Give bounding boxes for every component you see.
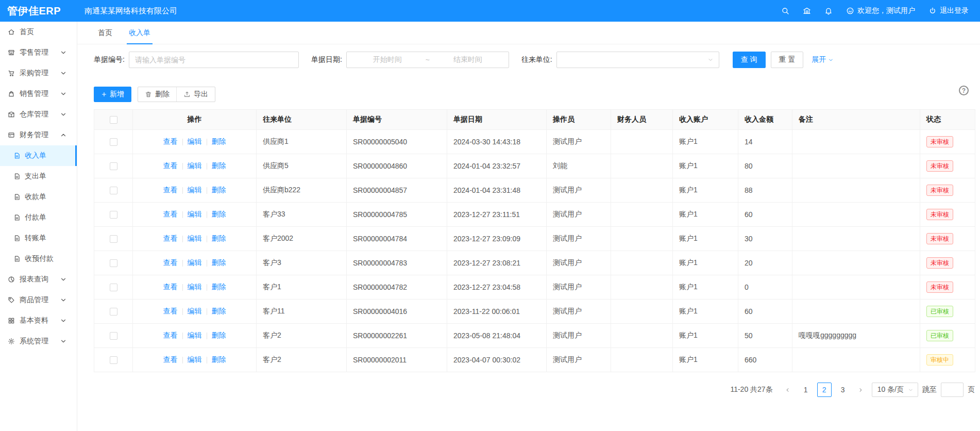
page-button-3[interactable]: 3 (836, 383, 850, 397)
date-range-picker[interactable]: 开始时间 ~ 结束时间 (346, 52, 509, 68)
row-action-delete[interactable]: 删除 (207, 355, 231, 364)
row-action-view[interactable]: 查看 (159, 355, 182, 364)
cell-finance-staff (611, 348, 673, 372)
search-button[interactable]: 查 询 (733, 52, 766, 68)
sidebar-item-basic[interactable]: 基本资料 (0, 310, 77, 331)
doc-no-input[interactable] (129, 52, 299, 68)
cell-account: 账户1 (673, 324, 738, 348)
next-page-button[interactable] (854, 383, 868, 397)
row-action-view[interactable]: 查看 (159, 137, 182, 146)
row-action-edit[interactable]: 编辑 (183, 355, 207, 364)
row-action-view[interactable]: 查看 (159, 186, 182, 195)
date-range-separator: ~ (423, 56, 433, 64)
sidebar-item-warehouse[interactable]: 仓库管理 (0, 104, 77, 125)
row-action-edit[interactable]: 编辑 (183, 258, 207, 268)
column-header: 操作员 (547, 110, 611, 130)
row-action-view[interactable]: 查看 (159, 210, 182, 219)
add-button[interactable]: 新增 (94, 87, 131, 102)
row-checkbox[interactable] (110, 138, 117, 146)
row-action-delete[interactable]: 删除 (207, 210, 231, 219)
logout-button[interactable]: 退出登录 (928, 6, 969, 15)
row-action-edit[interactable]: 编辑 (183, 210, 207, 219)
page-size-select[interactable]: 10 条/页 (872, 383, 918, 397)
sidebar-subitem-label: 收款单 (25, 192, 46, 202)
row-action-delete[interactable]: 删除 (207, 331, 231, 340)
sidebar-subitem-advance[interactable]: 收预付款 (0, 248, 77, 269)
tab-income[interactable]: 收入单 (121, 22, 159, 44)
user-welcome[interactable]: 欢迎您，测试用户 (846, 6, 915, 15)
sidebar-item-report[interactable]: 报表查询 (0, 269, 77, 290)
row-checkbox[interactable] (110, 211, 117, 219)
row-action-view[interactable]: 查看 (159, 161, 182, 171)
table-row: 查看编辑删除客户2SR000000022612023-05-08 21:48:0… (94, 324, 975, 348)
row-checkbox[interactable] (110, 356, 117, 364)
row-action-edit[interactable]: 编辑 (183, 186, 207, 195)
tab-home[interactable]: 首页 (90, 22, 121, 44)
sidebar-subitem-income[interactable]: 收入单 (0, 145, 77, 166)
sidebar-item-goods[interactable]: 商品管理 (0, 290, 77, 310)
row-checkbox[interactable] (110, 187, 117, 194)
table-row: 查看编辑删除客户2SR000000020112023-04-07 00:30:0… (94, 348, 975, 372)
cell-remark (792, 300, 920, 324)
row-action-delete[interactable]: 删除 (207, 258, 231, 268)
row-action-view[interactable]: 查看 (159, 234, 182, 243)
help-icon[interactable]: ? (959, 86, 969, 95)
delete-button-label: 删除 (155, 90, 170, 99)
partner-filter: 往来单位: (521, 52, 719, 68)
cell-doc-date: 2023-12-27 23:08:21 (447, 251, 547, 275)
row-action-edit[interactable]: 编辑 (183, 161, 207, 171)
sidebar-item-label: 系统管理 (20, 337, 48, 346)
row-checkbox[interactable] (110, 162, 117, 170)
select-all-checkbox[interactable] (110, 116, 117, 124)
page-button-2[interactable]: 2 (817, 383, 832, 397)
sidebar-item-sales[interactable]: 销售管理 (0, 84, 77, 104)
row-action-delete[interactable]: 删除 (207, 186, 231, 195)
jump-input[interactable] (941, 383, 964, 397)
page-button-1[interactable]: 1 (799, 383, 813, 397)
bank-icon[interactable] (803, 7, 811, 15)
row-checkbox[interactable] (110, 235, 117, 243)
sidebar-subitem-transfer[interactable]: 转账单 (0, 228, 77, 248)
row-action-view[interactable]: 查看 (159, 258, 182, 268)
row-action-edit[interactable]: 编辑 (183, 331, 207, 340)
sidebar-subitem-receipt[interactable]: 收款单 (0, 187, 77, 207)
row-action-view[interactable]: 查看 (159, 307, 182, 316)
row-action-edit[interactable]: 编辑 (183, 137, 207, 146)
row-action-view[interactable]: 查看 (159, 331, 182, 340)
sidebar-subitem-payment[interactable]: 付款单 (0, 207, 77, 228)
prev-page-button[interactable] (781, 383, 795, 397)
chevron-down-icon (60, 70, 67, 77)
row-action-delete[interactable]: 删除 (207, 283, 231, 292)
sidebar-subitem-expense[interactable]: 支出单 (0, 166, 77, 187)
row-action-delete[interactable]: 删除 (207, 234, 231, 243)
sidebar-item-label: 基本资料 (20, 316, 48, 325)
sidebar-item-purchase[interactable]: 采购管理 (0, 63, 77, 84)
row-action-view[interactable]: 查看 (159, 283, 182, 292)
row-checkbox[interactable] (110, 308, 117, 316)
search-icon[interactable] (781, 7, 789, 15)
row-checkbox[interactable] (110, 284, 117, 291)
cell-amount: 60 (738, 203, 792, 227)
row-action-delete[interactable]: 删除 (207, 307, 231, 316)
row-action-edit[interactable]: 编辑 (183, 283, 207, 292)
row-action-delete[interactable]: 删除 (207, 161, 231, 171)
row-checkbox[interactable] (110, 259, 117, 267)
plus-icon (101, 91, 107, 97)
toolbar: 新增 删除 导出 (94, 87, 975, 102)
bell-icon[interactable] (824, 7, 833, 15)
row-action-delete[interactable]: 删除 (207, 137, 231, 146)
cell-doc-no: SR00000004016 (347, 300, 447, 324)
expand-link[interactable]: 展开 (812, 55, 834, 64)
sidebar-item-home[interactable]: 首页 (0, 22, 77, 42)
sidebar-item-finance[interactable]: 财务管理 (0, 125, 77, 145)
reset-button[interactable]: 重 置 (771, 52, 804, 68)
sidebar-item-system[interactable]: 系统管理 (0, 331, 77, 352)
row-checkbox[interactable] (110, 332, 117, 340)
sidebar-item-retail[interactable]: 零售管理 (0, 42, 77, 63)
row-action-edit[interactable]: 编辑 (183, 307, 207, 316)
row-action-edit[interactable]: 编辑 (183, 234, 207, 243)
sidebar-subitem-label: 支出单 (25, 172, 46, 181)
delete-button[interactable]: 删除 (138, 87, 176, 102)
partner-select[interactable] (556, 52, 719, 68)
export-button[interactable]: 导出 (176, 87, 215, 102)
